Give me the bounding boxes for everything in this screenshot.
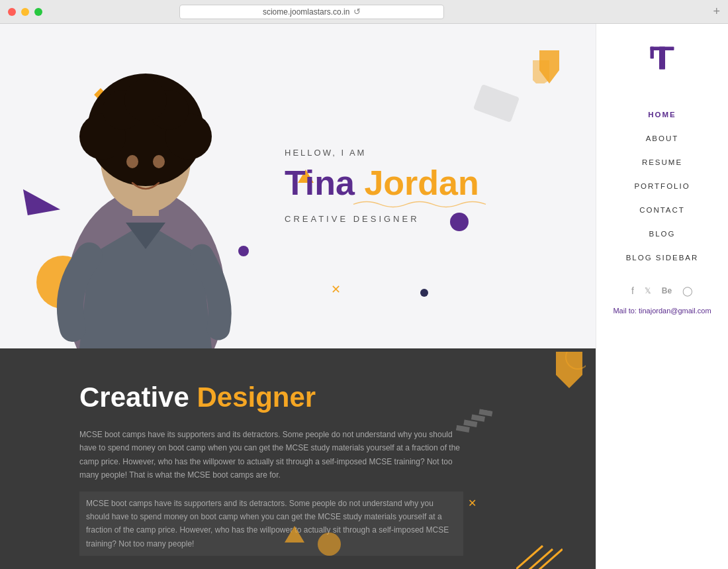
browser-dot-red[interactable] bbox=[8, 8, 16, 16]
about-lines-deco bbox=[516, 543, 556, 569]
x-deco: ✕ bbox=[331, 282, 341, 297]
nav-item-home[interactable]: HOME bbox=[596, 103, 728, 127]
hero-name-first: Tina bbox=[285, 164, 364, 202]
svg-rect-16 bbox=[471, 414, 485, 421]
main-layout: ∿∿∿ ✕ bbox=[0, 24, 728, 569]
svg-marker-0 bbox=[539, 50, 559, 83]
sidebar-nav: HOME ABOUT RESUME PORTFOLIO CONTACT BLOG… bbox=[596, 24, 728, 569]
social-github[interactable]: ◯ bbox=[682, 285, 693, 296]
about-title-orange: Designer bbox=[197, 382, 316, 413]
mail-to: Mail to: tinajordan@gmail.com bbox=[613, 307, 711, 315]
nav-item-resume[interactable]: RESUME bbox=[596, 150, 728, 174]
svg-line-19 bbox=[516, 546, 543, 569]
hero-name: Tina Jordan bbox=[285, 164, 479, 202]
svg-rect-24 bbox=[651, 47, 654, 59]
nav-item-blog[interactable]: BLOG bbox=[596, 222, 728, 246]
svg-rect-18 bbox=[456, 425, 470, 433]
social-twitter[interactable]: 𝕏 bbox=[645, 286, 651, 295]
mail-address[interactable]: tinajordan@gmail.com bbox=[639, 307, 711, 315]
content-area: ∿∿∿ ✕ bbox=[0, 24, 596, 569]
svg-point-10 bbox=[124, 79, 167, 121]
hero-greeting: HELLOW, I AM bbox=[285, 148, 479, 158]
about-title-white: Creative bbox=[79, 382, 197, 413]
hero-person-image bbox=[40, 30, 251, 348]
about-title: Creative Designer bbox=[79, 382, 556, 413]
svg-rect-23 bbox=[659, 47, 665, 70]
nav-item-about[interactable]: ABOUT bbox=[596, 127, 728, 150]
svg-point-12 bbox=[153, 155, 165, 168]
svg-line-20 bbox=[526, 549, 553, 569]
nav-item-contact[interactable]: CONTACT bbox=[596, 198, 728, 222]
svg-rect-17 bbox=[463, 420, 477, 427]
about-triangle-deco bbox=[285, 526, 304, 543]
about-stairs-deco bbox=[453, 405, 492, 448]
refresh-icon[interactable]: ↺ bbox=[353, 7, 361, 17]
nav-item-blog-sidebar[interactable]: BLOG SIDEBAR bbox=[596, 246, 728, 270]
dot-dark-deco bbox=[420, 289, 428, 297]
svg-marker-13 bbox=[556, 352, 582, 388]
nav-menu: HOME ABOUT RESUME PORTFOLIO CONTACT BLOG… bbox=[596, 103, 728, 270]
about-text-1: MCSE boot camps have its supporters and … bbox=[79, 428, 463, 482]
arrow-orange-tr-deco bbox=[533, 50, 559, 86]
about-text-2: MCSE boot camps have its supporters and … bbox=[79, 491, 463, 556]
shape-gray-deco bbox=[473, 84, 520, 123]
url-bar[interactable]: sciome.joomlastars.co.in ↺ bbox=[179, 5, 444, 19]
hero-section: ∿∿∿ ✕ bbox=[0, 24, 596, 348]
nav-item-portfolio[interactable]: PORTFOLIO bbox=[596, 174, 728, 198]
about-deco-tr bbox=[546, 352, 586, 391]
browser-chrome: sciome.joomlastars.co.in ↺ + bbox=[0, 0, 728, 24]
logo bbox=[647, 44, 677, 76]
new-tab-button[interactable]: + bbox=[713, 5, 720, 19]
browser-dot-green[interactable] bbox=[34, 8, 42, 16]
svg-point-11 bbox=[126, 155, 138, 168]
social-behance[interactable]: Be bbox=[662, 286, 672, 295]
social-facebook[interactable]: f bbox=[631, 285, 634, 296]
svg-marker-1 bbox=[533, 60, 549, 83]
about-section: Creative Designer MCSE boot camps have i… bbox=[0, 348, 596, 569]
browser-dot-yellow[interactable] bbox=[21, 8, 29, 16]
hero-text: HELLOW, I AM Tina Jordan CREATIVE DESIGN… bbox=[285, 148, 479, 224]
hero-title: CREATIVE DESIGNER bbox=[285, 215, 479, 225]
social-icons: f 𝕏 Be ◯ bbox=[631, 285, 693, 296]
hero-name-last: Jordan bbox=[364, 164, 478, 202]
close-icon[interactable]: ✕ bbox=[468, 497, 477, 509]
about-circle-orange-deco bbox=[318, 533, 341, 556]
